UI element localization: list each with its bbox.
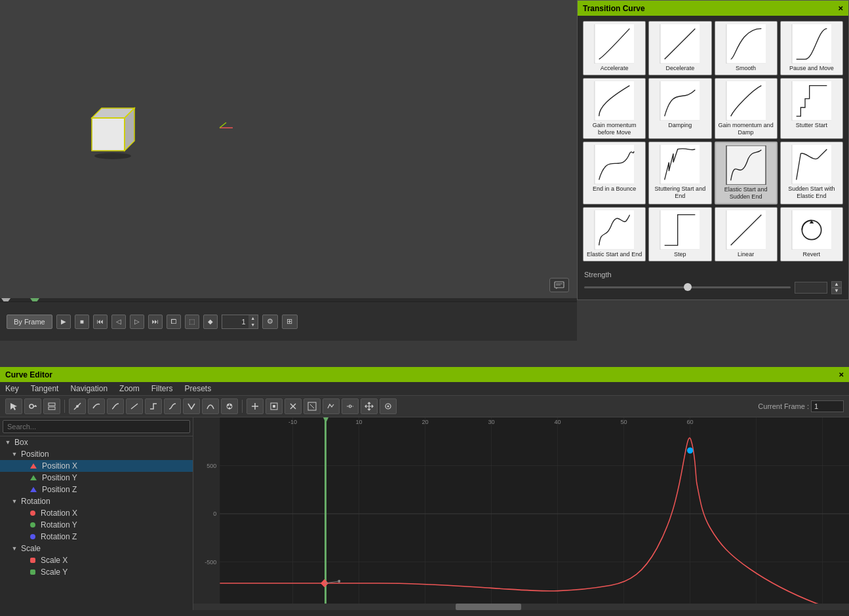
select-tool[interactable] (5, 398, 22, 414)
tree-item-position-z[interactable]: Position Z (0, 484, 193, 495)
view-tool[interactable] (380, 398, 397, 414)
key-tool[interactable] (24, 398, 41, 414)
tangent-ease-tool[interactable] (164, 398, 181, 414)
search-input[interactable] (3, 420, 190, 433)
tree-item-scale-x[interactable]: Scale X (0, 554, 193, 566)
clip-button[interactable]: ⧠ (167, 315, 181, 329)
key-button[interactable]: ◆ (203, 315, 218, 329)
curve-item-damping[interactable]: Damping (648, 78, 711, 140)
add-key-tool[interactable] (247, 398, 264, 414)
curve-grid: Accelerate Decelerate Smooth (578, 16, 848, 267)
curve-item-gain-momentum-before-move[interactable]: Gain momentum before Move (583, 78, 646, 140)
strength-slider[interactable] (584, 286, 791, 288)
normalize-tool[interactable] (323, 398, 340, 414)
tree-item-rotation[interactable]: ▼ Rotation (0, 495, 193, 507)
tree-item-position[interactable]: ▼ Position (0, 448, 193, 460)
frame-down-button[interactable]: ▼ (248, 322, 258, 328)
pan-tool[interactable] (361, 398, 378, 414)
curve-item-elastic-start-and-end[interactable]: Elastic Start and End (583, 207, 646, 261)
menu-filters[interactable]: Filters (151, 384, 173, 393)
tree-item-rotation-z[interactable]: Rotation Z (0, 531, 193, 543)
tangent-smooth-tool[interactable] (107, 398, 124, 414)
svg-point-75 (229, 408, 231, 410)
curve-item-smooth[interactable]: Smooth (715, 21, 778, 75)
play-button[interactable]: ▶ (56, 315, 71, 329)
to-end-button[interactable]: ⏭ (148, 315, 163, 329)
position-x-indicator (30, 463, 37, 469)
curve-item-gain-momentum-and-damp[interactable]: Gain momentum and Damp (715, 78, 778, 140)
tree-label-position-y: Position Y (42, 473, 77, 482)
menu-presets[interactable]: Presets (184, 384, 211, 393)
tree-item-scale[interactable]: ▼ Scale (0, 543, 193, 554)
curve-item-elastic-start-and-sudden-end[interactable]: Elastic Start and Sudden End (715, 142, 778, 204)
tree-item-scale-y[interactable]: Scale Y (0, 566, 193, 578)
curve-item-stutter-start[interactable]: Stutter Start (780, 78, 843, 140)
next-frame-button[interactable]: ▷ (130, 315, 144, 329)
strength-up-button[interactable]: ▲ (831, 281, 842, 288)
menu-navigation[interactable]: Navigation (70, 384, 108, 393)
tree-item-box[interactable]: ▼ Box (0, 436, 193, 448)
curve-label-sudden-start-with-elastic-end: Sudden Start with Elastic End (782, 185, 841, 200)
tangent-step-tool[interactable] (145, 398, 162, 414)
tangent-free-tool[interactable] (69, 398, 86, 414)
current-frame-input[interactable]: 1 (811, 400, 844, 412)
curve-item-linear[interactable]: Linear (715, 207, 778, 261)
frame-up-button[interactable]: ▲ (248, 315, 258, 322)
ripple-button[interactable]: ⬚ (185, 315, 199, 329)
tree-item-position-x[interactable]: Position X (0, 460, 193, 472)
weights-tool[interactable] (221, 398, 238, 414)
to-start-button[interactable]: ⏮ (93, 315, 108, 329)
tangent-curve-tool[interactable] (202, 398, 219, 414)
svg-text:10: 10 (355, 419, 362, 425)
tree-label-box: Box (14, 438, 28, 447)
scrollbar-thumb[interactable] (456, 604, 521, 610)
menu-zoom[interactable]: Zoom (119, 384, 140, 393)
transition-close-button[interactable]: × (838, 3, 843, 13)
tree-item-rotation-y[interactable]: Rotation Y (0, 519, 193, 531)
strength-down-button[interactable]: ▼ (831, 288, 842, 294)
svg-point-116 (338, 580, 340, 583)
expand-button[interactable]: ⊞ (282, 315, 298, 329)
frame-all-tool[interactable] (304, 398, 321, 414)
tree-label-position-x: Position X (42, 461, 77, 471)
menu-key[interactable]: Key (5, 384, 19, 393)
curve-item-revert[interactable]: Revert (780, 207, 843, 261)
tangent-v-tool[interactable] (183, 398, 200, 414)
snap-tool[interactable] (342, 398, 359, 414)
prev-frame-button[interactable]: ◁ (111, 315, 126, 329)
settings-button[interactable]: ⚙ (262, 315, 278, 329)
expand-scale-x (20, 556, 28, 564)
rotation-x-indicator (30, 510, 35, 516)
curve-item-pause-and-move[interactable]: Pause and Move (780, 21, 843, 75)
strength-input[interactable] (795, 282, 827, 294)
frame-input[interactable]: 1 (222, 317, 248, 327)
current-frame-label: Current Frame : (758, 402, 809, 410)
curve-canvas-svg: 500 0 -500 -10 10 20 30 40 50 60 (193, 417, 849, 610)
scene-tree: ▼ Box ▼ Position Position X Position Y P… (0, 417, 193, 610)
tree-label-scale-y: Scale Y (41, 568, 68, 577)
tree-item-position-y[interactable]: Position Y (0, 472, 193, 484)
comment-button[interactable] (549, 278, 569, 292)
tangent-linear-tool[interactable] (126, 398, 143, 414)
svg-rect-68 (49, 407, 55, 410)
frame-selected-tool[interactable] (266, 398, 283, 414)
layer-tool[interactable] (43, 398, 60, 414)
stop-button[interactable]: ■ (75, 315, 89, 329)
curve-item-sudden-start-with-elastic-end[interactable]: Sudden Start with Elastic End (780, 142, 843, 204)
svg-marker-12 (556, 288, 558, 289)
tangent-broken-tool[interactable] (88, 398, 105, 414)
horizontal-scrollbar[interactable] (193, 604, 849, 610)
curve-canvas-area[interactable]: 500 0 -500 -10 10 20 30 40 50 60 (193, 417, 849, 610)
curve-item-step[interactable]: Step (648, 207, 711, 261)
curve-item-stuttering-start-and-end[interactable]: Stuttering Start and End (648, 142, 711, 204)
by-frame-button[interactable]: By Frame (7, 315, 52, 329)
curve-item-end-in-a-bounce[interactable]: End in a Bounce (583, 142, 646, 204)
menu-tangent[interactable]: Tangent (31, 384, 59, 393)
curve-item-accelerate[interactable]: Accelerate (583, 21, 646, 75)
curve-editor-close-button[interactable]: × (839, 370, 844, 379)
curve-label-pause-and-move: Pause and Move (789, 65, 834, 72)
delete-key-tool[interactable] (285, 398, 302, 414)
svg-marker-0 (92, 118, 125, 151)
tree-item-rotation-x[interactable]: Rotation X (0, 507, 193, 519)
curve-item-decelerate[interactable]: Decelerate (648, 21, 711, 75)
